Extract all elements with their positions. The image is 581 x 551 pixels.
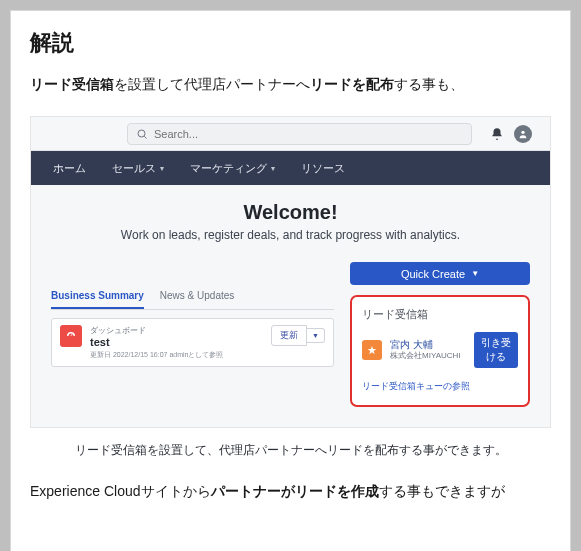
main-nav: ホーム セールス▾ マーケティング▾ リソース xyxy=(31,151,550,185)
hero-title: Welcome! xyxy=(41,201,540,224)
screenshot-caption: リード受信箱を設置して、代理店パートナーへリードを配布する事ができます。 xyxy=(30,442,551,459)
left-tabs: Business Summary News & Updates xyxy=(51,284,334,310)
gauge-icon xyxy=(65,330,77,342)
intro-tail: する事も、 xyxy=(394,76,464,92)
refresh-button[interactable]: 更新 xyxy=(271,325,307,346)
svg-line-1 xyxy=(144,136,146,138)
search-input[interactable] xyxy=(148,128,463,140)
intro-line-1: リード受信箱を設置して代理店パートナーへリードを配布する事も、 xyxy=(30,76,551,94)
hero-subtitle: Work on leads, register deals, and track… xyxy=(41,228,540,242)
user-avatar[interactable] xyxy=(514,125,532,143)
embedded-screenshot: ホーム セールス▾ マーケティング▾ リソース Welcome! Work on… xyxy=(30,116,551,428)
lead-company: 株式会社MIYAUCHI xyxy=(390,351,466,361)
dashboard-title: test xyxy=(90,336,263,348)
lead-person-name[interactable]: 宮内 大輔 xyxy=(390,338,466,351)
refresh-dropdown[interactable]: ▼ xyxy=(307,328,325,343)
dashboard-updated: 更新日 2022/12/15 16:07 adminとして参照 xyxy=(90,350,263,360)
intro-bold-1: リード受信箱 xyxy=(30,76,114,92)
dashboard-card: ダッシュボード test 更新日 2022/12/15 16:07 adminと… xyxy=(51,318,334,367)
quick-create-button[interactable]: Quick Create ▼ xyxy=(350,262,530,285)
nav-home[interactable]: ホーム xyxy=(53,161,86,176)
dashboard-label: ダッシュボード xyxy=(90,325,263,336)
top-bar xyxy=(31,117,550,151)
lead-item: ★ 宮内 大輔 株式会社MIYAUCHI 引き受ける xyxy=(362,332,518,368)
person-icon xyxy=(518,129,528,139)
chevron-down-icon: ▾ xyxy=(271,164,275,173)
notification-bell-icon[interactable] xyxy=(490,127,504,141)
intro-mid: を設置して代理店パートナーへ xyxy=(114,76,310,92)
line2-post: する事もできますが xyxy=(379,483,505,499)
line2-bold: パートナーがリードを作成 xyxy=(211,483,379,499)
page-heading: 解説 xyxy=(30,28,551,58)
dashboard-icon xyxy=(60,325,82,347)
tab-news-updates[interactable]: News & Updates xyxy=(160,284,234,309)
lead-inbox-title: リード受信箱 xyxy=(362,307,518,322)
svg-point-2 xyxy=(521,130,524,133)
tab-business-summary[interactable]: Business Summary xyxy=(51,284,144,309)
accept-lead-button[interactable]: 引き受ける xyxy=(474,332,518,368)
global-search[interactable] xyxy=(127,123,472,145)
nav-marketing[interactable]: マーケティング▾ xyxy=(190,161,275,176)
svg-point-0 xyxy=(138,130,145,137)
nav-sales[interactable]: セールス▾ xyxy=(112,161,164,176)
hero-section: Welcome! Work on leads, register deals, … xyxy=(31,185,550,254)
lead-inbox-panel: リード受信箱 ★ 宮内 大輔 株式会社MIYAUCHI 引き受ける リード受信箱… xyxy=(350,295,530,407)
lead-star-icon: ★ xyxy=(362,340,382,360)
line2-pre: Experience Cloudサイトから xyxy=(30,483,211,499)
intro-line-2: Experience Cloudサイトからパートナーがリードを作成する事もできま… xyxy=(30,483,551,501)
lead-queue-link[interactable]: リード受信箱キューの参照 xyxy=(362,380,518,393)
caret-down-icon: ▼ xyxy=(471,269,479,278)
chevron-down-icon: ▾ xyxy=(160,164,164,173)
search-icon xyxy=(136,128,148,140)
intro-bold-2: リードを配布 xyxy=(310,76,394,92)
nav-resources[interactable]: リソース xyxy=(301,161,345,176)
